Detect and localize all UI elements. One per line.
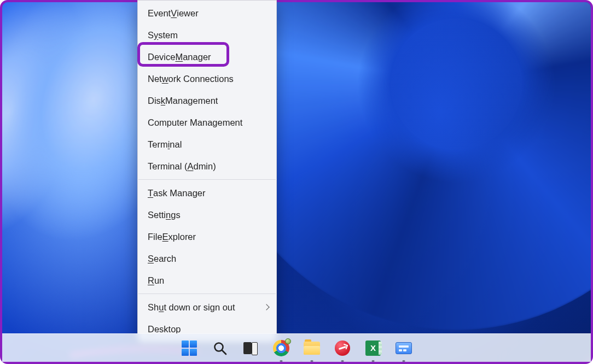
- terminal-item[interactable]: Terminal: [138, 133, 276, 155]
- mnemonic: u: [159, 302, 164, 313]
- text: esktop: [154, 324, 181, 334]
- taskview-button[interactable]: [241, 339, 260, 357]
- mnemonic: V: [171, 8, 177, 19]
- network-connections-item[interactable]: Network Connections: [138, 68, 276, 90]
- text: Dis: [148, 96, 161, 106]
- file-explorer-item[interactable]: File Explorer: [138, 226, 276, 248]
- text: Terminal (: [148, 161, 187, 172]
- task-manager-item[interactable]: Task Manager: [138, 182, 276, 204]
- mnemonic: A: [187, 161, 193, 172]
- text: Computer Mana: [148, 118, 212, 128]
- text: nal: [170, 139, 182, 150]
- folder-icon: [304, 342, 320, 355]
- excel-button[interactable]: X: [364, 339, 382, 357]
- chrome-icon: [273, 340, 289, 356]
- text: Event: [148, 8, 171, 19]
- text: Sh: [148, 302, 159, 313]
- mnemonic: y: [154, 30, 158, 40]
- text: t down or sign out: [164, 302, 235, 313]
- menu-separator: [138, 179, 276, 180]
- text: ement: [218, 118, 243, 128]
- mnemonic: D: [148, 324, 154, 334]
- desktop: Event Viewer System Device Manager Netwo…: [0, 0, 593, 364]
- event-viewer-item[interactable]: Event Viewer: [138, 2, 276, 24]
- text: iewer: [177, 8, 198, 19]
- disk-management-item[interactable]: Disk Management: [138, 90, 276, 111]
- text: Setti: [148, 210, 166, 220]
- start-button[interactable]: [180, 339, 199, 357]
- system-item[interactable]: System: [138, 24, 276, 46]
- shutdown-signout-item[interactable]: Shut down or sign out: [138, 296, 276, 318]
- mnemonic: R: [148, 275, 154, 286]
- winx-power-menu: Event Viewer System Device Manager Netwo…: [137, 0, 277, 342]
- mnemonic: w: [162, 74, 168, 84]
- menu-separator: [138, 293, 276, 294]
- chrome-button[interactable]: [272, 339, 290, 357]
- terminal-admin-item[interactable]: Terminal (Admin): [138, 155, 276, 177]
- taskview-icon: [243, 342, 258, 354]
- profile-badge-icon: [285, 338, 291, 344]
- mnemonic: n: [166, 210, 171, 220]
- run-dialog-button[interactable]: [394, 339, 413, 357]
- mnemonic: M: [175, 52, 183, 62]
- text: Net: [148, 74, 162, 84]
- excel-icon: X: [365, 340, 381, 356]
- text: anager: [183, 52, 211, 62]
- wallpaper-bloom: [2, 2, 591, 362]
- windows-logo-icon: [182, 340, 197, 356]
- text: S: [148, 30, 154, 40]
- device-manager-item[interactable]: Device Manager: [138, 46, 276, 68]
- text: ork Connections: [168, 74, 234, 84]
- text: gs: [171, 210, 180, 220]
- red-circle-app-icon: [335, 340, 350, 356]
- search-item[interactable]: Search: [138, 248, 276, 269]
- mnemonic: S: [148, 254, 154, 264]
- text: xplorer: [168, 232, 196, 242]
- text: earch: [154, 254, 176, 264]
- app-todoist-button[interactable]: [333, 339, 352, 357]
- computer-management-item[interactable]: Computer Management: [138, 111, 276, 133]
- text: un: [154, 275, 164, 286]
- mnemonic: k: [161, 96, 165, 106]
- run-item[interactable]: Run: [138, 269, 276, 291]
- run-dialog-icon: [396, 342, 412, 354]
- search-button[interactable]: [211, 339, 229, 357]
- text: stem: [158, 30, 178, 40]
- mnemonic: E: [162, 232, 168, 242]
- svg-line-2: [222, 350, 226, 354]
- search-icon: [213, 341, 227, 355]
- text: Term: [148, 139, 168, 150]
- taskbar: X: [2, 333, 591, 362]
- text: ask Manager: [153, 188, 205, 198]
- text: File: [148, 232, 162, 242]
- text: Device: [148, 52, 175, 62]
- explorer-button[interactable]: [303, 339, 321, 357]
- text: dmin): [193, 161, 216, 172]
- text: Management: [165, 96, 218, 106]
- mnemonic: g: [212, 118, 217, 128]
- mnemonic: T: [148, 188, 153, 198]
- settings-item[interactable]: Settings: [138, 204, 276, 226]
